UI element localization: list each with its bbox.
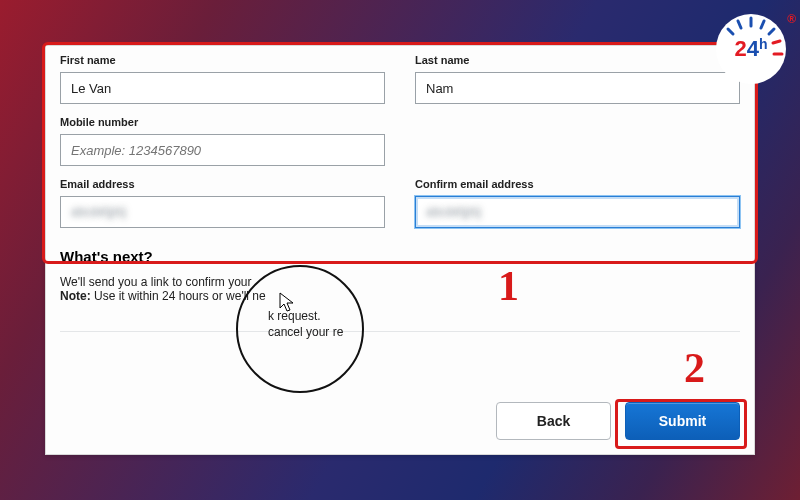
svg-line-3 [773,41,780,43]
email-label: Email address [60,178,385,190]
col-first-name: First name [60,54,385,104]
col-mobile-spacer [415,116,740,166]
logo-ticks-icon [716,14,786,84]
col-mobile: Mobile number [60,116,385,166]
last-name-input[interactable] [415,72,740,104]
svg-line-2 [769,29,774,34]
row-name: First name Last name [60,54,740,104]
submit-button-label: Submit [659,413,706,429]
mobile-input[interactable] [60,134,385,166]
svg-line-1 [761,21,764,28]
note-rest: Use it within 24 hours or we'll ne [91,289,266,303]
logo-registered: ® [787,12,796,26]
mobile-label: Mobile number [60,116,385,128]
back-button-label: Back [537,413,570,429]
row-email: Email address abcdefghij Confirm email a… [60,178,740,228]
whats-next-line2: Note: Use it within 24 hours or we'll ne [60,289,740,303]
action-bar: Back Submit [496,402,740,440]
svg-line-5 [738,21,741,28]
submit-button[interactable]: Submit [625,402,740,440]
col-email: Email address abcdefghij [60,178,385,228]
last-name-label: Last name [415,54,740,66]
whats-next-block: What's next? We'll send you a link to co… [60,248,740,303]
row-mobile: Mobile number [60,116,740,166]
back-button[interactable]: Back [496,402,611,440]
divider [60,331,740,332]
first-name-label: First name [60,54,385,66]
whats-next-title: What's next? [60,248,740,265]
email-input[interactable]: abcdefghij [60,196,385,228]
logo-24h: 24h [716,14,786,84]
form-card: First name Last name Mobile number Email… [45,45,755,455]
col-confirm-email: Confirm email address abcdefghij [415,178,740,228]
note-prefix: Note: [60,289,91,303]
confirm-email-label: Confirm email address [415,178,740,190]
confirm-email-input[interactable]: abcdefghij [415,196,740,228]
whats-next-line1: We'll send you a link to confirm your [60,275,740,289]
col-last-name: Last name [415,54,740,104]
svg-line-6 [728,29,733,34]
first-name-input[interactable] [60,72,385,104]
